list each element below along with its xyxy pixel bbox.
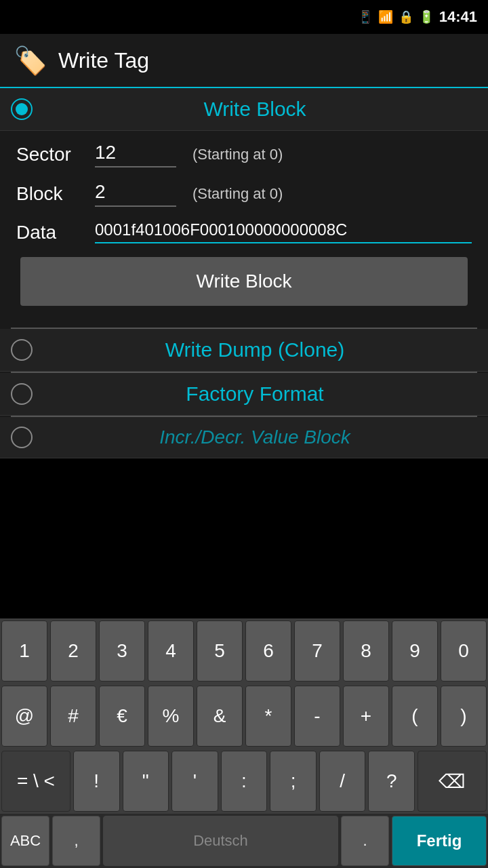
- status-time: 14:41: [439, 8, 477, 26]
- key-9[interactable]: 9: [392, 620, 438, 682]
- write-dump-radio[interactable]: [11, 339, 33, 361]
- security-icon: 🔒: [399, 9, 413, 24]
- key-hash[interactable]: #: [50, 686, 96, 747]
- key-2[interactable]: 2: [50, 620, 96, 682]
- sector-value: 12: [95, 142, 176, 166]
- key-comma[interactable]: ,: [52, 816, 100, 866]
- keyboard-symbol-row1: @ # € % & * - + ( ): [0, 684, 488, 749]
- key-backspace[interactable]: ⌫: [418, 751, 487, 812]
- keyboard-bottom-row: ABC , Deutsch . Fertig: [0, 814, 488, 868]
- key-open-paren[interactable]: (: [392, 686, 438, 747]
- write-block-button[interactable]: Write Block: [20, 257, 468, 306]
- write-block-title: Write Block: [33, 98, 477, 121]
- key-1[interactable]: 1: [1, 620, 47, 682]
- key-done[interactable]: Fertig: [392, 816, 487, 866]
- data-underline: [95, 242, 472, 243]
- key-8[interactable]: 8: [343, 620, 389, 682]
- key-abc[interactable]: ABC: [1, 816, 49, 866]
- sector-input-container[interactable]: 12: [95, 142, 176, 167]
- block-underline: [95, 205, 176, 207]
- key-exclaim[interactable]: !: [73, 751, 120, 812]
- write-block-form: Sector 12 (Starting at 0) Block 2 (Start…: [0, 131, 488, 328]
- key-percent[interactable]: %: [148, 686, 194, 747]
- write-dump-title: Write Dump (Clone): [33, 338, 477, 361]
- key-ampersand[interactable]: &: [197, 686, 243, 747]
- keyboard: 1 2 3 4 5 6 7 8 9 0 @ # € % & * - + ( ) …: [0, 618, 488, 868]
- block-value: 2: [95, 181, 176, 205]
- key-3[interactable]: 3: [99, 620, 145, 682]
- key-squote[interactable]: ': [171, 751, 218, 812]
- block-row: Block 2 (Starting at 0): [16, 181, 472, 207]
- factory-format-radio[interactable]: [11, 383, 33, 405]
- key-euro[interactable]: €: [99, 686, 145, 747]
- key-close-paren[interactable]: ): [441, 686, 487, 747]
- key-semicolon[interactable]: ;: [270, 751, 317, 812]
- key-question[interactable]: ?: [368, 751, 415, 812]
- block-input-container[interactable]: 2: [95, 181, 176, 207]
- key-5[interactable]: 5: [197, 620, 243, 682]
- key-dquote[interactable]: ": [123, 751, 169, 812]
- sector-row: Sector 12 (Starting at 0): [16, 142, 472, 167]
- wifi-icon: 📶: [378, 9, 393, 24]
- write-dump-section-header[interactable]: Write Dump (Clone): [0, 329, 488, 372]
- title-bar: 🏷️ Write Tag: [0, 34, 488, 88]
- sector-hint: (Starting at 0): [192, 146, 283, 163]
- key-0[interactable]: 0: [441, 620, 487, 682]
- keyboard-number-row: 1 2 3 4 5 6 7 8 9 0: [0, 618, 488, 684]
- app-icon: 🏷️: [14, 45, 47, 77]
- sector-label: Sector: [16, 144, 84, 165]
- key-equals-backslash[interactable]: = \ <: [1, 751, 70, 812]
- write-block-section-header[interactable]: Write Block: [0, 88, 488, 131]
- data-input-container[interactable]: 0001f401006F000100000000008C: [95, 220, 472, 243]
- key-space[interactable]: Deutsch: [103, 816, 338, 866]
- keyboard-symbol-row2: = \ < ! " ' : ; / ? ⌫: [0, 749, 488, 814]
- app-title: Write Tag: [58, 48, 149, 73]
- content-area: Write Block Sector 12 (Starting at 0) Bl…: [0, 88, 488, 458]
- block-label: Block: [16, 183, 84, 205]
- factory-format-section-header[interactable]: Factory Format: [0, 373, 488, 416]
- key-at[interactable]: @: [1, 686, 47, 747]
- data-label: Data: [16, 222, 84, 243]
- key-period[interactable]: .: [341, 816, 389, 866]
- data-row: Data 0001f401006F000100000000008C: [16, 220, 472, 243]
- key-plus[interactable]: +: [343, 686, 389, 747]
- battery-icon: 🔋: [419, 9, 434, 24]
- incr-decr-radio[interactable]: [11, 427, 33, 448]
- write-block-radio[interactable]: [11, 98, 33, 120]
- incr-decr-section-header[interactable]: Incr./Decr. Value Block: [0, 417, 488, 458]
- status-bar: 📱 📶 🔒 🔋 14:41: [0, 0, 488, 34]
- key-slash[interactable]: /: [319, 751, 366, 812]
- incr-decr-title: Incr./Decr. Value Block: [33, 427, 477, 448]
- block-hint: (Starting at 0): [192, 185, 283, 203]
- key-colon[interactable]: :: [221, 751, 268, 812]
- key-7[interactable]: 7: [294, 620, 340, 682]
- key-minus[interactable]: -: [294, 686, 340, 747]
- data-value: 0001f401006F000100000000008C: [95, 220, 472, 242]
- sector-underline: [95, 166, 176, 167]
- sim-icon: 📱: [358, 9, 373, 24]
- key-4[interactable]: 4: [148, 620, 194, 682]
- key-6[interactable]: 6: [245, 620, 291, 682]
- factory-format-title: Factory Format: [33, 382, 477, 406]
- key-asterisk[interactable]: *: [245, 686, 291, 747]
